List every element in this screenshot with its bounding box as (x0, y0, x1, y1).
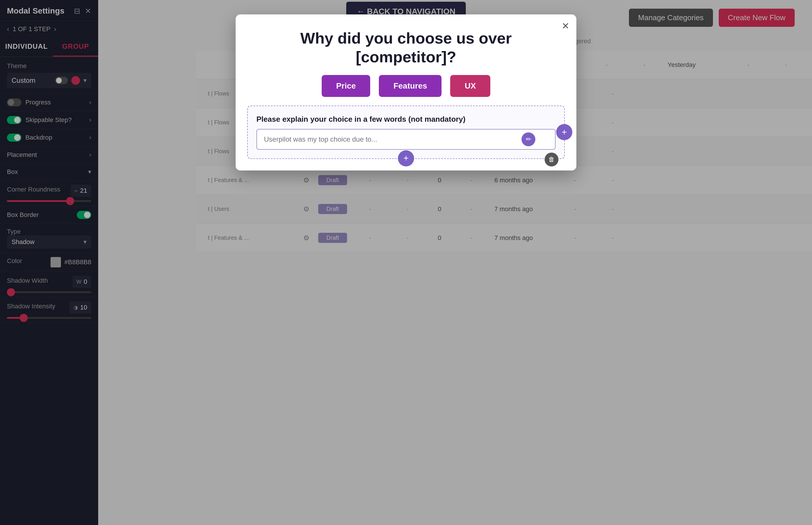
modal-choices: Price Features UX (236, 75, 576, 106)
modal-overlay: ✕ Why did you choose us over [competitor… (0, 0, 812, 525)
choice-features-button[interactable]: Features (379, 75, 441, 97)
modal: ✕ Why did you choose us over [competitor… (236, 14, 576, 170)
choice-ux-button[interactable]: UX (450, 75, 490, 97)
delete-input-button[interactable]: 🗑 (545, 153, 559, 166)
modal-input-label: Please explain your choice in a few word… (257, 115, 555, 124)
edit-icon[interactable]: ✏ (522, 132, 535, 146)
modal-close-button[interactable]: ✕ (562, 21, 569, 31)
modal-input-section: Please explain your choice in a few word… (247, 106, 565, 159)
modal-title: Why did you choose us over [competitor]? (236, 14, 576, 75)
modal-input-wrapper: ✏ (257, 129, 555, 150)
modal-text-input[interactable] (257, 129, 555, 150)
add-block-bottom-button[interactable]: + (398, 150, 414, 166)
add-block-top-button[interactable]: + (556, 124, 572, 140)
choice-price-button[interactable]: Price (322, 75, 371, 97)
